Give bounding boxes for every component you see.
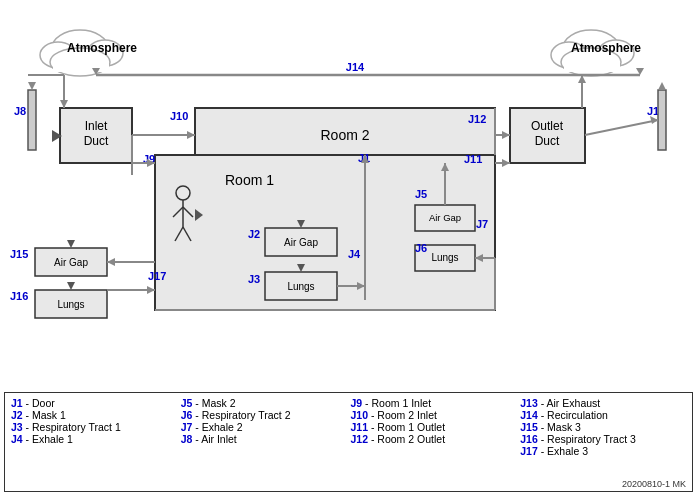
svg-rect-15 (658, 90, 666, 150)
j7-label: J7 (476, 218, 488, 230)
svg-marker-21 (650, 116, 658, 124)
svg-marker-16 (658, 82, 666, 90)
svg-rect-4 (53, 62, 109, 72)
legend-col2: J5 - Mask 2 J6 - Respiratory Tract 2 J7 … (181, 397, 347, 457)
legend-j15: J15 - Mask 3 (520, 421, 686, 433)
svg-marker-46 (67, 282, 75, 290)
legend-grid: J1 - Door J2 - Mask 1 J3 - Respiratory T… (11, 397, 686, 457)
legend-j12: J12 - Room 2 Outlet (351, 433, 517, 445)
legend-j13: J13 - Air Exhaust (520, 397, 686, 409)
svg-marker-48 (107, 258, 115, 266)
j14-label: J14 (346, 61, 365, 73)
legend-j3: J3 - Respiratory Tract 1 (11, 421, 177, 433)
svg-marker-50 (147, 286, 155, 294)
svg-marker-14 (28, 82, 36, 90)
airgap-left-label: Air Gap (54, 257, 88, 268)
svg-marker-44 (67, 240, 75, 248)
j11-label: J11 (464, 153, 482, 165)
legend-col4: J13 - Air Exhaust J14 - Recirculation J1… (520, 397, 686, 457)
legend-j9: J9 - Room 1 Inlet (351, 397, 517, 409)
inlet-duct-label2: Duct (84, 134, 109, 148)
j17-label: J17 (148, 270, 166, 282)
j2-label: J2 (248, 228, 260, 240)
airgap-center-label: Air Gap (284, 237, 318, 248)
legend-col3: J9 - Room 1 Inlet J10 - Room 2 Inlet J11… (351, 397, 517, 457)
j12-label: J12 (468, 113, 486, 125)
lungs-center-label: Lungs (287, 281, 314, 292)
legend-j11: J11 - Room 1 Outlet (351, 421, 517, 433)
room2-label: Room 2 (320, 127, 369, 143)
j5-label: J5 (415, 188, 427, 200)
diagram: Atmosphere Atmosphere J14 J8 J13 Inlet D… (0, 0, 697, 390)
lungs-left-label: Lungs (57, 299, 84, 310)
inlet-duct-label: Inlet (85, 119, 108, 133)
svg-rect-13 (28, 90, 36, 150)
legend-j14: J14 - Recirculation (520, 409, 686, 421)
cloud-right: Atmosphere (551, 30, 641, 76)
j10-label: J10 (170, 110, 188, 122)
room1-label: Room 1 (225, 172, 274, 188)
svg-rect-9 (564, 62, 620, 72)
atmosphere-left-label: Atmosphere (67, 41, 137, 55)
j4-label: J4 (348, 248, 361, 260)
legend-j10: J10 - Room 2 Inlet (351, 409, 517, 421)
legend-j6: J6 - Respiratory Tract 2 (181, 409, 347, 421)
outlet-duct-label: Outlet (531, 119, 564, 133)
outlet-duct-label2: Duct (535, 134, 560, 148)
legend-j4: J4 - Exhale 1 (11, 433, 177, 445)
atmosphere-right-label: Atmosphere (571, 41, 641, 55)
lungs-right-label: Lungs (431, 252, 458, 263)
legend-col1: J1 - Door J2 - Mask 1 J3 - Respiratory T… (11, 397, 177, 457)
legend-j7: J7 - Exhale 2 (181, 421, 347, 433)
legend-j17: J17 - Exhale 3 (520, 445, 686, 457)
version-text: 20200810-1 MK (622, 479, 686, 489)
legend-j1: J1 - Door (11, 397, 177, 409)
svg-line-20 (585, 120, 658, 135)
cloud-left: Atmosphere (40, 30, 137, 76)
svg-marker-25 (187, 131, 195, 139)
j3-label: J3 (248, 273, 260, 285)
j16-label: J16 (10, 290, 28, 302)
legend-j16: J16 - Respiratory Tract 3 (520, 433, 686, 445)
legend-j2: J2 - Mask 1 (11, 409, 177, 421)
legend: J1 - Door J2 - Mask 1 J3 - Respiratory T… (4, 392, 693, 492)
svg-marker-68 (60, 100, 68, 108)
svg-marker-32 (502, 131, 510, 139)
svg-marker-30 (502, 159, 510, 167)
j8-label: J8 (14, 105, 26, 117)
legend-j5: J5 - Mask 2 (181, 397, 347, 409)
legend-j8: J8 - Air Inlet (181, 433, 347, 445)
airgap-right-label: Air Gap (429, 212, 461, 223)
j6-label: J6 (415, 242, 427, 254)
j15-label: J15 (10, 248, 28, 260)
